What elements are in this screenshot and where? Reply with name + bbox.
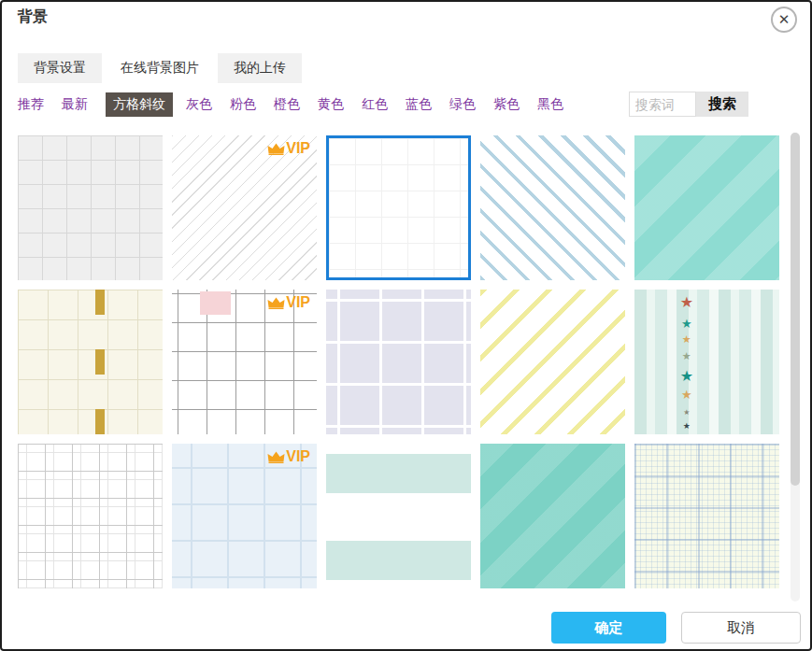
dialog-title: 背景	[18, 7, 48, 27]
tab-1[interactable]: 在线背景图片	[105, 53, 215, 83]
background-thumbnail-8[interactable]	[480, 290, 625, 434]
filter-link-11[interactable]: 黑色	[537, 96, 563, 113]
cancel-button[interactable]: 取消	[681, 612, 801, 644]
background-thumbnail-1[interactable]: VIP	[172, 135, 317, 280]
search-button[interactable]: 搜索	[696, 92, 748, 117]
background-thumbnail-13[interactable]	[480, 444, 625, 588]
close-icon: ✕	[778, 12, 791, 26]
tab-2[interactable]: 我的上传	[218, 53, 302, 83]
tab-0[interactable]: 背景设置	[18, 53, 102, 83]
vip-label: VIP	[286, 448, 310, 465]
filter-link-0[interactable]: 推荐	[18, 96, 44, 113]
filter-link-7[interactable]: 红色	[362, 96, 388, 113]
crown-icon	[267, 297, 285, 309]
background-thumbnail-10[interactable]	[18, 444, 163, 588]
vip-badge: VIP	[267, 448, 310, 465]
confirm-button[interactable]: 确定	[551, 612, 666, 644]
crown-icon	[267, 143, 285, 155]
background-thumbnail-9[interactable]: ★★★★★★★★	[634, 290, 779, 434]
vip-badge: VIP	[267, 294, 310, 311]
star-icon: ★	[682, 334, 691, 345]
background-thumbnail-14[interactable]	[634, 444, 779, 588]
filter-link-3[interactable]: 灰色	[186, 96, 212, 113]
star-icon: ★	[681, 389, 692, 401]
background-thumbnail-6[interactable]: VIP	[172, 290, 317, 434]
filter-link-9[interactable]: 绿色	[449, 96, 476, 113]
vip-badge: VIP	[267, 140, 310, 157]
star-icon: ★	[683, 409, 690, 417]
background-thumbnail-2[interactable]	[326, 135, 471, 280]
filter-link-10[interactable]: 紫色	[493, 96, 520, 113]
dialog-footer: 确定 取消	[551, 612, 801, 644]
background-thumbnail-12[interactable]	[326, 444, 471, 588]
star-icon: ★	[681, 318, 692, 330]
filter-link-6[interactable]: 黄色	[318, 96, 344, 113]
filter-link-5[interactable]: 橙色	[274, 96, 300, 113]
star-icon: ★	[682, 351, 691, 361]
background-thumbnail-11[interactable]: VIP	[172, 444, 317, 588]
filter-link-2[interactable]: 方格斜纹	[106, 92, 173, 117]
background-thumbnail-4[interactable]	[634, 135, 779, 280]
scrollbar-thumb[interactable]	[791, 133, 800, 486]
crown-icon	[267, 451, 285, 463]
star-icon: ★	[680, 295, 693, 310]
vip-label: VIP	[286, 294, 310, 311]
star-icon: ★	[683, 422, 691, 431]
vip-label: VIP	[286, 140, 310, 157]
background-thumbnail-3[interactable]	[480, 135, 625, 280]
star-icon: ★	[680, 369, 693, 384]
thumbnail-grid: VIPVIP★★★★★★★★VIP	[18, 135, 779, 588]
close-button[interactable]: ✕	[771, 7, 797, 33]
filter-link-8[interactable]: 蓝色	[406, 96, 432, 113]
background-thumbnail-5[interactable]	[18, 290, 163, 434]
background-thumbnail-0[interactable]	[18, 135, 163, 280]
scrollbar-track[interactable]	[791, 133, 800, 601]
filter-link-4[interactable]: 粉色	[230, 96, 256, 113]
tab-bar: 背景设置在线背景图片我的上传	[18, 53, 302, 83]
filter-bar: 推荐最新方格斜纹灰色粉色橙色黄色红色蓝色绿色紫色黑色 搜索	[18, 92, 748, 117]
background-thumbnail-7[interactable]	[326, 290, 471, 434]
search-input[interactable]	[629, 92, 696, 117]
search-box: 搜索	[629, 92, 748, 117]
filter-link-1[interactable]: 最新	[62, 96, 88, 113]
background-dialog: 背景 ✕ 背景设置在线背景图片我的上传 推荐最新方格斜纹灰色粉色橙色黄色红色蓝色…	[0, 0, 812, 651]
